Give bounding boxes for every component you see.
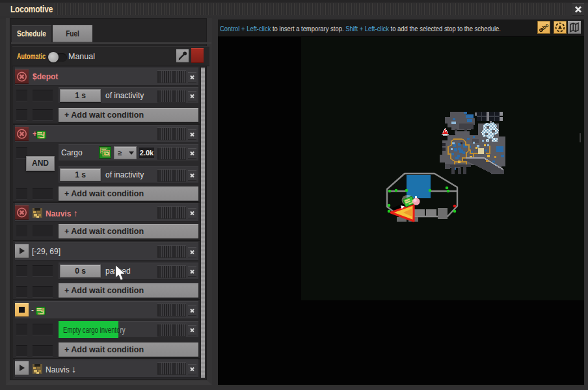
svg-text:abc: abc <box>539 22 550 32</box>
